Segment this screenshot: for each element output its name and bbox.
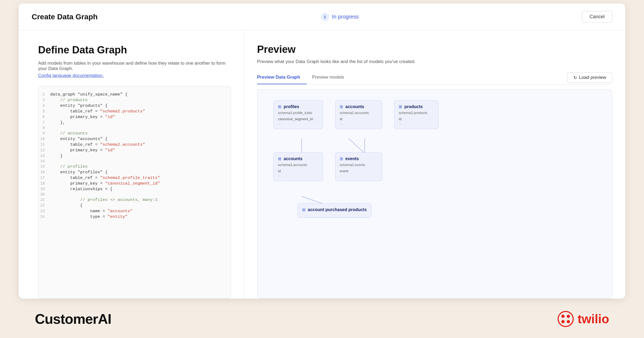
code-line: 21 // profiles <> accounts, many:1 [38, 197, 231, 203]
graph-area: ⊞ profiles schema2.profile_traits canoni… [257, 89, 612, 299]
progress-badge: 1 [321, 13, 329, 21]
code-line: 9 // accounts [38, 130, 231, 136]
line-content: table_ref = "schema2.products" [50, 109, 145, 114]
right-panel: Preview Preview what your Data Graph loo… [244, 30, 625, 299]
line-number: 2 [38, 92, 50, 97]
load-preview-button[interactable]: ↻ Load preview [567, 72, 612, 83]
node-field-profiles: canonical_segment_id [278, 117, 319, 121]
svg-point-4 [558, 311, 573, 326]
line-content: // products [50, 98, 88, 102]
line-content: }, [50, 120, 65, 125]
node-profiles: ⊞ profiles schema2.profile_traits canoni… [273, 100, 323, 129]
node-products: ⊞ products schema2.products id ... [394, 100, 438, 129]
code-line: 22 { [38, 203, 231, 208]
line-content: primary_key = "id" [50, 115, 115, 119]
line-number: 19 [38, 187, 50, 191]
line-content: primary_key = "id" [50, 148, 115, 153]
progress-label: In progress [332, 14, 359, 20]
line-content: entity "accounts" { [50, 137, 108, 141]
tabs-row: Preview Data Graph Preview models ↻ Load… [257, 72, 612, 84]
code-line: 12 primary_key = "id" [38, 147, 231, 153]
node-field-products: id [399, 117, 434, 121]
code-line: 13 } [38, 153, 231, 159]
tab-preview-data-graph[interactable]: Preview Data Graph [257, 72, 307, 84]
code-editor[interactable]: 2data_graph "unify_space_name" {3 // pro… [38, 86, 231, 299]
main-content: Define Data Graph Add models from tables… [19, 30, 625, 299]
line-number: 9 [38, 131, 50, 135]
line-number: 17 [38, 176, 50, 180]
node-schema-profiles: schema2.profile_traits [278, 111, 319, 115]
line-number: 8 [38, 126, 50, 130]
code-line: 20 [38, 192, 231, 197]
code-line: 18 primary_key = "canonical_segment_id" [38, 181, 231, 186]
code-line: 2data_graph "unify_space_name" { [38, 91, 231, 97]
svg-point-6 [567, 315, 570, 318]
tabs: Preview Data Graph Preview models [257, 72, 356, 84]
twilio-brand: twilio [558, 311, 609, 327]
line-content: entity "products" { [50, 103, 108, 108]
branding-bar: CustomerAI twilio [19, 303, 625, 335]
node-name-profiles: profiles [284, 104, 299, 109]
line-content: // profiles [50, 164, 88, 169]
code-line: 11 table_ref = "schema2.accounts" [38, 142, 231, 147]
node-name-events: events [345, 156, 359, 161]
code-line: 23 name = "accounts" [38, 208, 231, 214]
line-number: 3 [38, 98, 50, 102]
line-number: 23 [38, 209, 50, 213]
node-accounts-bottom: ⊞ accounts schema3.accounts id ... [273, 152, 323, 181]
line-number: 11 [38, 142, 50, 147]
line-content: table_ref = "schema2.accounts" [50, 142, 145, 147]
line-content: relationships = [ [50, 187, 113, 192]
code-line: 10 entity "accounts" { [38, 136, 231, 142]
code-line: 7 }, [38, 120, 231, 125]
node-name-products: products [404, 104, 423, 109]
tab-preview-models[interactable]: Preview models [312, 72, 351, 84]
line-content: data_graph "unify_space_name" { [50, 92, 127, 97]
svg-point-7 [561, 320, 565, 323]
line-number: 15 [38, 164, 50, 169]
node-field-accounts-top: id [340, 117, 378, 121]
line-number: 13 [38, 154, 50, 158]
line-content: table_ref = "schema2.profile_traits" [50, 175, 160, 180]
code-line: 4 entity "products" { [38, 103, 231, 108]
cancel-button[interactable]: Cancel [582, 11, 612, 23]
line-number: 24 [38, 215, 50, 219]
code-line: 15 // profiles [38, 164, 231, 169]
line-content: entity "profiles" { [50, 170, 108, 175]
node-accounts-top: ⊞ accounts schema2.accounts id ... [335, 100, 382, 129]
node-name-accounts-bottom: accounts [284, 156, 302, 161]
page-title: Create Data Graph [32, 13, 98, 21]
header: Create Data Graph 1 In progress Cancel [19, 3, 625, 30]
line-number: 4 [38, 104, 50, 108]
table-icon-2: ⊞ [340, 104, 343, 109]
code-line: 14 [38, 159, 231, 164]
table-icon-5: ⊞ [340, 156, 343, 161]
progress-indicator: 1 In progress [321, 13, 359, 21]
node-field-accounts-bottom: id [278, 169, 319, 173]
line-number: 5 [38, 109, 50, 113]
line-content: primary_key = "canonical_segment_id" [50, 181, 160, 186]
node-schema-accounts-top: schema2.accounts [340, 111, 378, 115]
svg-point-8 [567, 320, 570, 323]
config-link[interactable]: Config language documentation. [38, 73, 231, 78]
table-icon-4: ⊞ [278, 156, 281, 161]
node-schema-products: schema2.products [399, 111, 434, 115]
node-name-accounts-top: accounts [345, 104, 364, 109]
twilio-label: twilio [577, 312, 609, 326]
node-account-purchased-products: ⊞ account purchased products [298, 203, 371, 218]
line-content: // accounts [50, 131, 88, 136]
code-line: 17 table_ref = "schema2.profile_traits" [38, 175, 231, 181]
code-line: 24 type = "entity" [38, 214, 231, 219]
left-panel: Define Data Graph Add models from tables… [19, 30, 244, 299]
code-line: 3 // products [38, 97, 231, 103]
section-description: Add models from tables in your warehouse… [38, 61, 231, 71]
line-number: 12 [38, 148, 50, 152]
line-number: 14 [38, 159, 50, 163]
line-number: 10 [38, 137, 50, 141]
table-icon-6: ⊞ [302, 207, 306, 212]
svg-point-5 [561, 315, 565, 318]
table-icon-3: ⊞ [399, 104, 402, 109]
svg-line-1 [349, 138, 365, 153]
node-events: ⊞ events schema2.events event ... [335, 152, 382, 181]
line-number: 18 [38, 181, 50, 186]
